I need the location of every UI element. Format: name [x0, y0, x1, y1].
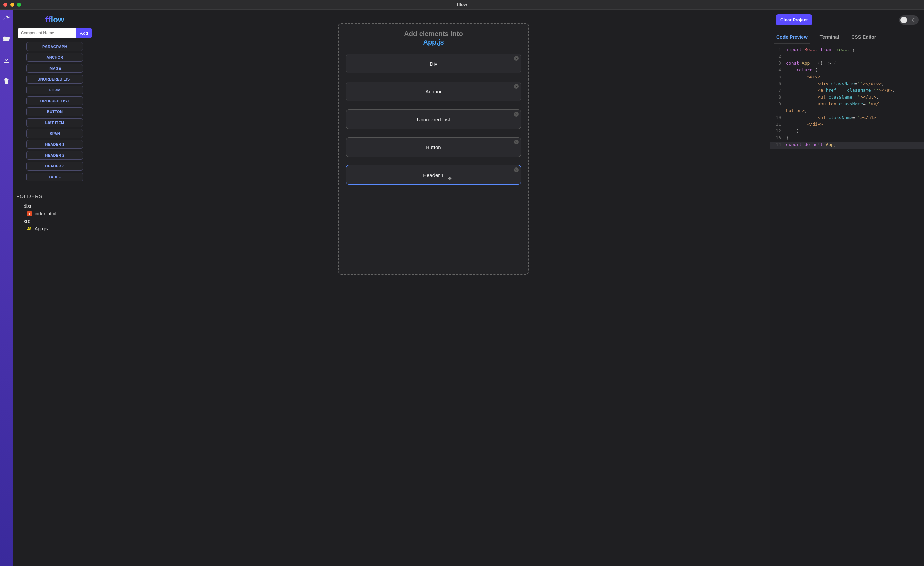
- code-line: 13}: [770, 135, 924, 142]
- line-number: 1: [770, 47, 786, 52]
- tree-item-label: index.html: [34, 211, 56, 217]
- palette-item[interactable]: HEADER 1: [27, 140, 83, 149]
- logo-part1: ff: [45, 15, 51, 24]
- code-content: <button className=''></: [786, 101, 879, 106]
- activity-rail: [0, 9, 13, 566]
- right-tabs: Code PreviewTerminalCSS Editor: [770, 31, 924, 44]
- code-content: <h1 className=''></h1>: [786, 115, 876, 120]
- code-line: 14export default App;: [770, 142, 924, 149]
- file-item[interactable]: 5index.html: [16, 210, 93, 217]
- window-close-button[interactable]: [3, 3, 8, 7]
- line-number: 11: [770, 122, 786, 127]
- folder-item[interactable]: src: [16, 217, 93, 225]
- palette-item[interactable]: LIST ITEM: [27, 118, 83, 127]
- canvas-area: Add elements into App.js Div✕Anchor✕Unor…: [97, 9, 770, 566]
- canvas-target-file: App.js: [346, 38, 521, 46]
- code-content: const App = () => {: [786, 60, 836, 66]
- line-number: 12: [770, 128, 786, 134]
- line-number: 2: [770, 54, 786, 59]
- trash-icon[interactable]: [3, 77, 10, 85]
- remove-element-button[interactable]: ✕: [514, 140, 519, 145]
- code-editor[interactable]: 1import React from 'react';23const App =…: [770, 44, 924, 566]
- code-content: import React from 'react';: [786, 47, 855, 52]
- component-name-input[interactable]: [18, 28, 76, 38]
- file-item[interactable]: JSApp.js: [16, 225, 93, 232]
- folders-panel: FOLDERS dist5index.htmlsrcJSApp.js: [13, 188, 97, 238]
- palette-item[interactable]: ORDERED LIST: [27, 96, 83, 105]
- code-content: button>,: [786, 108, 807, 113]
- palette-item[interactable]: TABLE: [27, 173, 83, 181]
- palette-item[interactable]: FORM: [27, 86, 83, 95]
- folder-open-icon[interactable]: [3, 35, 10, 43]
- line-number: 5: [770, 74, 786, 79]
- code-line: 9 <button className=''></: [770, 101, 924, 108]
- tree-item-label: App.js: [34, 226, 48, 231]
- window-zoom-button[interactable]: [17, 3, 21, 7]
- code-content: ): [786, 128, 799, 134]
- window-titlebar: fflow: [0, 0, 924, 9]
- remove-element-button[interactable]: ✕: [514, 112, 519, 116]
- palette-item[interactable]: PARAGRAPH: [27, 42, 83, 51]
- sidebar: fflow Add PARAGRAPHANCHORIMAGEUNORDERED …: [13, 9, 97, 566]
- add-component-button[interactable]: Add: [76, 28, 92, 38]
- palette-item[interactable]: HEADER 3: [27, 162, 83, 170]
- code-line: 8 <ul className=''></ul>,: [770, 95, 924, 101]
- canvas-element-label: Header 1: [423, 172, 444, 178]
- window-title: fflow: [457, 2, 467, 7]
- folders-title: FOLDERS: [16, 193, 93, 199]
- js-file-icon: JS: [27, 227, 32, 231]
- code-line: 3const App = () => {: [770, 60, 924, 67]
- canvas-element[interactable]: Button✕: [346, 137, 521, 157]
- tab-css-editor[interactable]: CSS Editor: [849, 31, 879, 44]
- tree-item-label: src: [24, 218, 30, 224]
- code-line: 11 </div>: [770, 122, 924, 128]
- code-line: 5 <div>: [770, 74, 924, 81]
- logo-part2: low: [51, 15, 64, 24]
- palette-item[interactable]: SPAN: [27, 129, 83, 138]
- palette-item[interactable]: UNORDERED LIST: [27, 75, 83, 84]
- canvas-element[interactable]: Div✕: [346, 54, 521, 74]
- window-minimize-button[interactable]: [10, 3, 14, 7]
- palette-item[interactable]: IMAGE: [27, 64, 83, 73]
- palette-item[interactable]: ANCHOR: [27, 53, 83, 62]
- line-number: 6: [770, 81, 786, 86]
- drop-canvas[interactable]: Add elements into App.js Div✕Anchor✕Unor…: [339, 23, 528, 274]
- design-icon[interactable]: [3, 14, 10, 22]
- folder-item[interactable]: dist: [16, 202, 93, 210]
- code-content: <ul className=''></ul>,: [786, 95, 879, 99]
- tree-item-label: dist: [24, 203, 31, 209]
- line-number: 10: [770, 115, 786, 120]
- canvas-element-label: Unordered List: [417, 116, 450, 122]
- tab-code-preview[interactable]: Code Preview: [774, 31, 810, 44]
- moon-icon: ☾: [912, 17, 916, 23]
- canvas-element[interactable]: Header 1✕✥: [346, 165, 521, 185]
- code-line: 10 <h1 className=''></h1>: [770, 115, 924, 122]
- line-number: 14: [770, 142, 786, 147]
- code-content: }: [786, 135, 789, 140]
- remove-element-button[interactable]: ✕: [514, 84, 519, 89]
- move-cursor-icon: ✥: [448, 176, 452, 181]
- download-icon[interactable]: [3, 56, 10, 64]
- tab-terminal[interactable]: Terminal: [817, 31, 842, 44]
- remove-element-button[interactable]: ✕: [514, 167, 519, 172]
- clear-project-button[interactable]: Clear Project: [776, 14, 812, 26]
- code-content: </div>: [786, 122, 823, 127]
- line-number: 9: [770, 101, 786, 106]
- dark-mode-toggle[interactable]: ☾: [899, 15, 919, 25]
- canvas-heading: Add elements into: [346, 30, 521, 38]
- remove-element-button[interactable]: ✕: [514, 56, 519, 61]
- palette-item[interactable]: HEADER 2: [27, 151, 83, 160]
- line-number: 7: [770, 88, 786, 93]
- line-number: 4: [770, 67, 786, 72]
- palette-item[interactable]: BUTTON: [27, 107, 83, 116]
- code-line: 4 return (: [770, 67, 924, 74]
- code-line: 6 <div className=''></div>,: [770, 81, 924, 88]
- code-content: <div>: [786, 74, 820, 79]
- canvas-element-label: Button: [426, 145, 441, 150]
- line-number: 3: [770, 60, 786, 66]
- canvas-element[interactable]: Unordered List✕: [346, 109, 521, 129]
- html-file-icon: 5: [27, 211, 32, 216]
- canvas-element[interactable]: Anchor✕: [346, 81, 521, 101]
- code-content: <div className=''></div>,: [786, 81, 884, 86]
- code-line: button>,: [770, 108, 924, 115]
